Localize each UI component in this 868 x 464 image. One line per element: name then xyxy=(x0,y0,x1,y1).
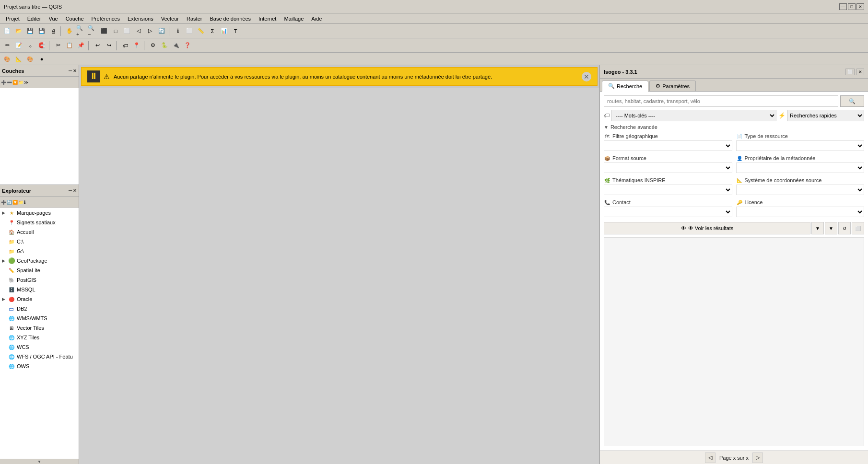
tree-item-c[interactable]: 📁 C:\ xyxy=(0,237,79,246)
zoom-last-button[interactable]: ◁ xyxy=(133,26,144,36)
rapid-search-select[interactable]: Recherches rapides xyxy=(787,110,864,121)
explorer-close[interactable]: ✕ xyxy=(73,188,77,193)
tree-item-home[interactable]: 🏠 Accueil xyxy=(0,227,79,237)
pagination-next-button[interactable]: ▷ xyxy=(752,452,763,463)
scale-button[interactable]: 📐 xyxy=(13,54,24,64)
menu-extensions[interactable]: Extensions xyxy=(124,15,157,23)
tree-item-spatial-bookmarks[interactable]: 📍 Signets spatiaux xyxy=(0,218,79,227)
calculator-button[interactable]: Σ xyxy=(207,26,218,36)
map-canvas[interactable] xyxy=(79,88,599,464)
tree-item-wcs[interactable]: 🌐 WCS xyxy=(0,342,79,352)
license-filter-select[interactable] xyxy=(736,207,865,217)
maximize-button[interactable]: □ xyxy=(848,3,856,10)
couches-minimize[interactable]: ─ xyxy=(69,68,72,73)
select-button[interactable]: ⬜ xyxy=(184,26,195,36)
snapping-button[interactable]: 🧲 xyxy=(36,40,47,51)
advanced-toggle-arrow[interactable]: ▼ xyxy=(604,125,609,130)
layer-remove-button[interactable]: ➖ xyxy=(7,80,12,85)
geo-filter-select[interactable] xyxy=(604,140,732,151)
contact-filter-select[interactable] xyxy=(604,207,732,217)
inspire-filter-select[interactable] xyxy=(604,185,732,195)
dot-button[interactable]: ● xyxy=(36,54,47,64)
zoom-full-button[interactable]: ⬛ xyxy=(99,26,109,36)
stats-button[interactable]: 📊 xyxy=(219,26,229,36)
search-input[interactable] xyxy=(604,95,838,107)
results-export-button[interactable]: ⬜ xyxy=(852,222,864,234)
format-filter-select[interactable] xyxy=(604,162,732,173)
layer-group-button[interactable]: 📁 xyxy=(18,80,23,85)
crs-filter-select[interactable] xyxy=(736,185,865,195)
textanno-button[interactable]: T xyxy=(230,26,241,36)
owner-filter-select[interactable] xyxy=(736,162,865,173)
keywords-select[interactable]: ---- Mots-clés ---- xyxy=(611,110,776,121)
color-button[interactable]: 🎨 xyxy=(25,54,35,64)
tree-item-bookmarks[interactable]: ▶ ★ Marque-pages xyxy=(0,208,79,218)
plugin-button[interactable]: 🔌 xyxy=(171,40,181,51)
print-button[interactable]: 🖨 xyxy=(48,26,59,36)
identify-button[interactable]: ℹ xyxy=(173,26,183,36)
undo-button[interactable]: ↩ xyxy=(92,40,103,51)
measure-button[interactable]: 📏 xyxy=(196,26,206,36)
new-project-button[interactable]: 📄 xyxy=(2,26,12,36)
menu-base-donnees[interactable]: Base de données xyxy=(206,15,255,23)
tree-item-g[interactable]: 📁 G:\ xyxy=(0,246,79,256)
theme-button[interactable]: 🎨 xyxy=(2,54,12,64)
tree-item-vector-tiles[interactable]: ⊞ Vector Tiles xyxy=(0,323,79,333)
tree-item-wfs[interactable]: 🌐 WFS / OGC API - Featu xyxy=(0,352,79,361)
georef-button[interactable]: 📍 xyxy=(131,40,142,51)
explorer-filter-button[interactable]: 🔽 xyxy=(12,200,18,205)
menu-couche[interactable]: Couche xyxy=(62,15,88,23)
menu-raster[interactable]: Raster xyxy=(183,15,206,23)
tab-recherche[interactable]: 🔍 Recherche xyxy=(602,81,648,92)
paste-button[interactable]: 📌 xyxy=(76,40,86,51)
menu-editer[interactable]: Éditer xyxy=(23,15,45,23)
tree-item-ows[interactable]: 🌐 OWS xyxy=(0,361,79,371)
zoom-layer-button[interactable]: ⬜ xyxy=(122,26,132,36)
pan-button[interactable]: ✋ xyxy=(64,26,75,36)
results-refresh-button[interactable]: ↺ xyxy=(838,222,851,234)
isogeo-float-button[interactable]: ⬜ xyxy=(845,69,855,75)
refresh-button[interactable]: 🔄 xyxy=(156,26,167,36)
explorer-info-button[interactable]: ℹ xyxy=(24,200,25,205)
menu-vue[interactable]: Vue xyxy=(45,15,62,23)
alert-close-button[interactable]: ✕ xyxy=(582,72,591,81)
tree-item-xyz[interactable]: 🌐 XYZ Tiles xyxy=(0,333,79,342)
save-as-button[interactable]: 💾 xyxy=(36,26,47,36)
menu-vecteur[interactable]: Vecteur xyxy=(157,15,183,23)
menu-maillage[interactable]: Maillage xyxy=(280,15,307,23)
results-nav-next-button[interactable]: ▼ xyxy=(825,222,837,234)
tree-item-spatialite[interactable]: ✏️ SpatiaLite xyxy=(0,266,79,275)
menu-preferences[interactable]: Préférences xyxy=(88,15,124,23)
tree-item-wms[interactable]: 🌐 WMS/WMTS xyxy=(0,313,79,323)
tree-item-mssql[interactable]: 🗄️ MSSQL xyxy=(0,285,79,294)
layer-more-button[interactable]: ≫ xyxy=(24,80,28,85)
tree-item-geopackage[interactable]: ▶ 🟢 GeoPackage xyxy=(0,256,79,266)
menu-internet[interactable]: Internet xyxy=(255,15,280,23)
save-project-button[interactable]: 💾 xyxy=(25,26,35,36)
zoom-out-button[interactable]: 🔍− xyxy=(87,26,98,36)
voir-resultats-button[interactable]: 👁 👁 Voir les résultats xyxy=(604,222,810,234)
processing-button[interactable]: ⚙ xyxy=(148,40,158,51)
couches-close[interactable]: ✕ xyxy=(73,68,77,73)
node-button[interactable]: ⬦ xyxy=(25,40,35,51)
tree-item-db2[interactable]: 🗃 DB2 xyxy=(0,304,79,313)
digitize-button[interactable]: ✏ xyxy=(2,40,12,51)
zoom-next-button[interactable]: ▷ xyxy=(145,26,155,36)
type-filter-select[interactable] xyxy=(736,140,865,151)
isogeo-close-button[interactable]: ✕ xyxy=(856,69,864,75)
results-nav-prev-button[interactable]: ▼ xyxy=(811,222,824,234)
explorer-refresh-button[interactable]: 🔄 xyxy=(7,200,12,205)
copy-button[interactable]: 📋 xyxy=(64,40,75,51)
explorer-content[interactable]: ▶ ★ Marque-pages 📍 Signets spatiaux 🏠 Ac… xyxy=(0,208,79,459)
label-button[interactable]: 🏷 xyxy=(120,40,130,51)
menu-aide[interactable]: Aide xyxy=(307,15,326,23)
redo-button[interactable]: ↪ xyxy=(104,40,114,51)
menu-projet[interactable]: Projet xyxy=(2,15,23,23)
python-button[interactable]: 🐍 xyxy=(159,40,170,51)
minimize-button[interactable]: — xyxy=(839,3,847,10)
explorer-scrollbar-bottom[interactable]: ▼ xyxy=(0,459,79,464)
help-button[interactable]: ❓ xyxy=(182,40,193,51)
explorer-collapse-button[interactable]: 📁 xyxy=(18,200,23,205)
layer-filter-button[interactable]: 🔽 xyxy=(12,80,18,85)
edit-button[interactable]: 📝 xyxy=(13,40,24,51)
